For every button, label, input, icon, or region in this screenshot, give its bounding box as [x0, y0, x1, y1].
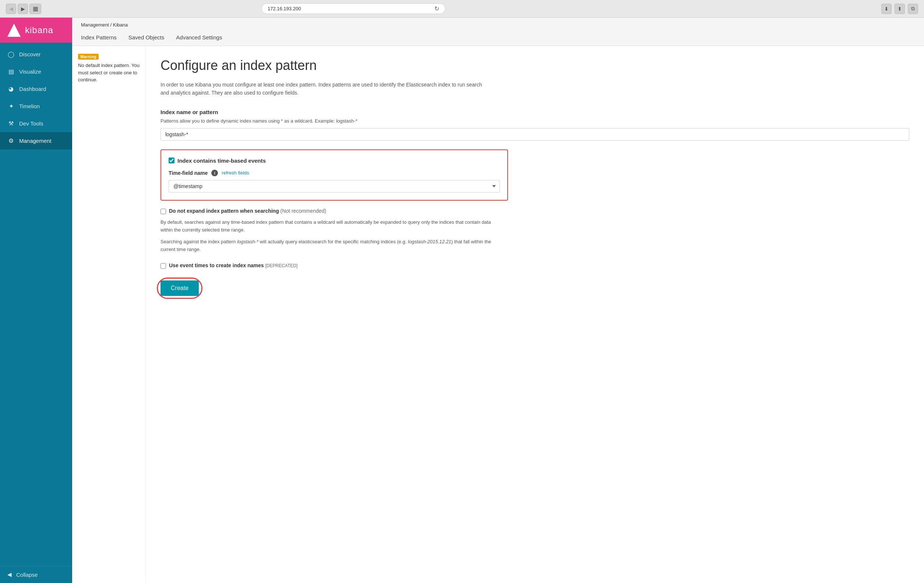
- sidebar-item-dashboard[interactable]: ◕ Dashboard: [0, 80, 72, 97]
- index-name-title: Index name or pattern: [160, 109, 909, 115]
- create-button[interactable]: Create: [160, 280, 199, 296]
- not-recommended-text: (Not recommended): [280, 208, 327, 214]
- kibana-logo-text: kibana: [25, 25, 53, 35]
- index-pattern-input[interactable]: [160, 128, 909, 141]
- sidebar-logo: kibana: [0, 18, 72, 43]
- time-events-box: Index contains time-based events Time-fi…: [160, 150, 508, 201]
- breadcrumb-separator: /: [111, 22, 113, 28]
- sidebar-navigation: ◯ Discover ▤ Visualize ◕ Dashboard ✦ Tim…: [0, 43, 72, 566]
- sidebar-item-discover[interactable]: ◯ Discover: [0, 46, 72, 63]
- sidebar-item-dashboard-label: Dashboard: [19, 86, 46, 92]
- app-container: kibana ◯ Discover ▤ Visualize ◕ Dashboar…: [0, 18, 924, 583]
- do-not-expand-label: Do not expand index pattern when searchi…: [169, 208, 326, 214]
- breadcrumb-management[interactable]: Management: [81, 22, 109, 28]
- use-event-times-section: Use event times to create index names [D…: [160, 262, 909, 269]
- breadcrumb: Management / Kibana: [81, 18, 915, 31]
- sidebar: kibana ◯ Discover ▤ Visualize ◕ Dashboar…: [0, 18, 72, 583]
- top-nav-tabs: Index Patterns Saved Objects Advanced Se…: [81, 31, 915, 46]
- use-event-times-row: Use event times to create index names [D…: [160, 262, 909, 269]
- expand-button[interactable]: ⧉: [908, 4, 918, 14]
- expand-desc-2-start: Searching against the index pattern: [160, 239, 237, 244]
- devtools-icon: ⚒: [7, 120, 15, 127]
- breadcrumb-kibana[interactable]: Kibana: [113, 22, 128, 28]
- browser-chrome: ◀ ▶ ▦ 172.16.193.200 ↻ ⬇ ⬆ ⧉: [0, 0, 924, 18]
- time-field-select[interactable]: @timestamp: [168, 180, 500, 193]
- collapse-icon: ◀: [7, 571, 12, 578]
- sidebar-item-discover-label: Discover: [19, 51, 41, 58]
- address-bar[interactable]: 172.16.193.200 ↻: [261, 3, 446, 14]
- download-button[interactable]: ⬇: [881, 4, 892, 14]
- kibana-logo-icon: [7, 23, 21, 37]
- expand-desc-italic-2: logstash-2015.12.21: [408, 239, 451, 244]
- expand-desc-italic-1: logstash-*: [237, 239, 258, 244]
- page-content: Warning No default index pattern. You mu…: [72, 46, 924, 583]
- sidebar-item-management-label: Management: [19, 138, 51, 144]
- warning-badge: Warning: [78, 54, 99, 59]
- main-content: Management / Kibana Index Patterns Saved…: [72, 18, 924, 583]
- index-name-desc: Patterns allow you to define dynamic ind…: [160, 118, 909, 124]
- sidebar-item-devtools-label: Dev Tools: [19, 120, 43, 127]
- dashboard-icon: ◕: [7, 86, 15, 92]
- time-field-label: Time-field name: [168, 170, 208, 176]
- use-event-times-checkbox[interactable]: [160, 263, 166, 269]
- forward-button[interactable]: ▶: [18, 4, 28, 14]
- tab-index-patterns[interactable]: Index Patterns: [81, 31, 117, 46]
- browser-nav-buttons: ◀ ▶ ▦: [6, 4, 41, 14]
- warning-text: No default index pattern. You must selec…: [78, 62, 140, 84]
- sidebar-item-visualize-label: Visualize: [19, 68, 41, 75]
- use-event-times-label: Use event times to create index names [D…: [169, 262, 297, 268]
- share-button[interactable]: ⬆: [894, 4, 905, 14]
- management-icon: ⚙: [7, 137, 15, 144]
- time-events-checkbox-label[interactable]: Index contains time-based events: [168, 158, 500, 164]
- do-not-expand-section: Do not expand index pattern when searchi…: [160, 208, 909, 254]
- sidebar-toggle-button[interactable]: ▦: [30, 4, 41, 14]
- top-navigation: Management / Kibana Index Patterns Saved…: [72, 18, 924, 46]
- refresh-button[interactable]: ↻: [434, 5, 439, 12]
- sidebar-item-management[interactable]: ⚙ Management: [0, 132, 72, 150]
- sidebar-item-timelion-label: Timelion: [19, 103, 40, 109]
- visualize-icon: ▤: [7, 68, 15, 75]
- do-not-expand-checkbox[interactable]: [160, 209, 166, 214]
- tab-advanced-settings[interactable]: Advanced Settings: [176, 31, 222, 46]
- use-event-times-text: Use event times to create index names: [169, 262, 264, 268]
- expand-desc-2: Searching against the index pattern logs…: [160, 238, 492, 254]
- form-area: Configure an index pattern In order to u…: [146, 46, 924, 583]
- sidebar-item-timelion[interactable]: ✦ Timelion: [0, 97, 72, 115]
- time-events-label: Index contains time-based events: [177, 158, 266, 164]
- page-title: Configure an index pattern: [160, 58, 909, 73]
- sidebar-item-visualize[interactable]: ▤ Visualize: [0, 63, 72, 80]
- page-description: In order to use Kibana you must configur…: [160, 81, 492, 97]
- tab-saved-objects[interactable]: Saved Objects: [129, 31, 165, 46]
- collapse-label: Collapse: [16, 571, 38, 578]
- sidebar-collapse-button[interactable]: ◀ Collapse: [0, 566, 72, 583]
- timelion-icon: ✦: [7, 103, 15, 110]
- warning-sidebar: Warning No default index pattern. You mu…: [72, 46, 146, 583]
- expand-desc-2-mid: will actually query elasticsearch for th…: [258, 239, 408, 244]
- index-name-section: Index name or pattern Patterns allow you…: [160, 109, 909, 141]
- time-events-checkbox[interactable]: [168, 158, 175, 163]
- time-field-row: Time-field name i refresh fields: [168, 170, 500, 176]
- time-field-info-icon[interactable]: i: [211, 170, 218, 176]
- create-button-wrapper: Create: [160, 280, 199, 296]
- refresh-fields-link[interactable]: refresh fields: [222, 170, 249, 176]
- do-not-expand-row: Do not expand index pattern when searchi…: [160, 208, 909, 214]
- back-button[interactable]: ◀: [6, 4, 16, 14]
- browser-right-buttons: ⬇ ⬆ ⧉: [881, 4, 918, 14]
- discover-icon: ◯: [7, 51, 15, 58]
- do-not-expand-text: Do not expand index pattern when searchi…: [169, 208, 279, 214]
- url-text: 172.16.193.200: [267, 6, 301, 12]
- sidebar-item-devtools[interactable]: ⚒ Dev Tools: [0, 115, 72, 132]
- deprecated-label: [DEPRECATED]: [265, 263, 297, 268]
- expand-desc-1: By default, searches against any time-ba…: [160, 219, 492, 234]
